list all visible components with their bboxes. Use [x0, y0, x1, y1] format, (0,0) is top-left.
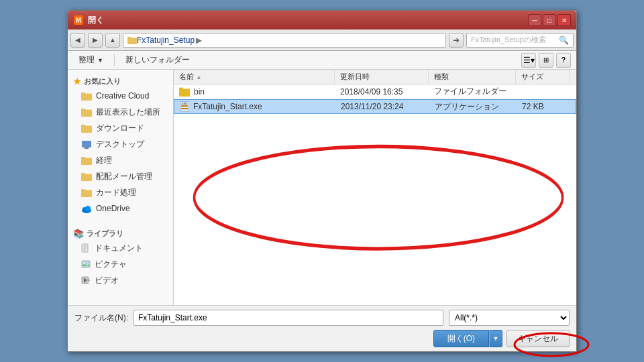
sidebar-item-creativecloud[interactable]: Creative Cloud	[68, 88, 173, 104]
back-button[interactable]: ◀	[70, 33, 85, 48]
go-button[interactable]: ➔	[449, 33, 464, 48]
folder-icon-creativecloud	[81, 92, 92, 101]
filename-row: ファイル名(N): All(*.*)	[74, 310, 570, 326]
filename-label: ファイル名(N):	[74, 312, 128, 324]
svg-marker-14	[89, 279, 90, 282]
open-button-arrow[interactable]: ▼	[489, 330, 502, 347]
table-row[interactable]: bin 2018/04/09 16:35 ファイルフォルダー	[174, 84, 576, 99]
svg-point-12	[83, 262, 85, 264]
file-list: bin 2018/04/09 16:35 ファイルフォルダー EXE	[174, 84, 576, 305]
col-header-date[interactable]: 更新日時	[335, 70, 429, 84]
exe-icon: EXE	[180, 101, 189, 112]
title-buttons: ─ □ ✕	[528, 14, 571, 26]
organize-button[interactable]: 整理 ▼	[73, 53, 109, 68]
antivirus-icon: M	[73, 15, 84, 25]
help-button[interactable]: ?	[556, 53, 571, 68]
svg-rect-18	[181, 108, 188, 109]
svg-point-6	[85, 206, 91, 211]
folder-icon-recent	[81, 108, 92, 117]
table-row[interactable]: EXE FxTatujin_Start.exe 2013/11/20 23:24…	[174, 99, 576, 114]
folder-icon-card	[81, 188, 92, 197]
sidebar-item-onedrive[interactable]: OneDrive	[68, 200, 173, 217]
svg-text:EXE: EXE	[182, 102, 187, 105]
sidebar-item-mail[interactable]: 配配メール管理	[68, 168, 173, 184]
toolbar: 整理 ▼ 新しいフォルダー ☰▾ ⊞ ?	[68, 51, 576, 70]
libraries-icon: 📚	[73, 229, 84, 239]
title-bar-left: M 開く	[73, 15, 104, 26]
address-bar: ◀ ▶ ▲ FxTatujin_Setup ▶ ➔ FxTatujin_Setu…	[68, 29, 576, 51]
title-text: 開く	[88, 15, 104, 26]
cancel-button[interactable]: キャンセル	[506, 330, 570, 347]
folder-icon-mail	[81, 172, 92, 181]
list-view-button[interactable]: ☰▾	[521, 53, 536, 68]
details-view-button[interactable]: ⊞	[539, 53, 553, 68]
maximize-button[interactable]: □	[543, 14, 556, 26]
path-text: FxTatujin_Setup	[137, 36, 195, 45]
search-placeholder: FxTatujin_Setupの検索	[471, 35, 559, 45]
col-header-size[interactable]: サイズ	[516, 70, 570, 84]
up-button[interactable]: ▲	[105, 33, 120, 48]
sidebar-item-downloads[interactable]: ダウンロード	[68, 120, 173, 136]
col-header-type[interactable]: 種類	[429, 70, 516, 84]
file-list-wrapper: 名前 ▲ 更新日時 種類 サイズ	[174, 70, 576, 305]
libraries-header: 📚 ライブラリ	[68, 225, 173, 240]
minimize-button[interactable]: ─	[528, 14, 541, 26]
forward-button[interactable]: ▶	[88, 33, 103, 48]
open-button[interactable]: 開く(O)	[433, 330, 489, 347]
filename-input[interactable]	[133, 310, 443, 326]
desktop-icon	[81, 140, 92, 149]
sidebar-item-recent[interactable]: 最近表示した場所	[68, 104, 173, 120]
svg-rect-2	[82, 141, 91, 147]
favorites-star-icon: ★	[73, 76, 81, 86]
sidebar-item-card[interactable]: カード処理	[68, 184, 173, 200]
folder-icon-keiri	[81, 156, 92, 165]
folder-icon-downloads	[81, 124, 92, 133]
sidebar-item-pictures[interactable]: ピクチャ	[68, 256, 173, 272]
close-button[interactable]: ✕	[557, 14, 571, 26]
search-box[interactable]: FxTatujin_Setupの検索 🔍	[466, 33, 574, 48]
svg-rect-3	[85, 147, 89, 149]
svg-text:M: M	[76, 17, 81, 24]
onedrive-icon	[81, 204, 92, 213]
svg-rect-17	[181, 105, 188, 107]
sidebar-item-documents[interactable]: ドキュメント	[68, 240, 173, 256]
bottom-area: ファイル名(N): All(*.*) 開く(O) ▼ キャンセル	[68, 305, 576, 351]
path-folder-icon	[127, 36, 137, 44]
open-dialog: M 開く ─ □ ✕ ◀ ▶ ▲ FxTatujin_Setup ▶	[67, 10, 577, 352]
svg-rect-11	[82, 261, 90, 267]
folder-icon-bin	[179, 87, 190, 97]
address-path[interactable]: FxTatujin_Setup ▶	[123, 33, 446, 48]
toolbar-right: ☰▾ ⊞ ?	[521, 53, 571, 68]
search-icon: 🔍	[559, 36, 569, 45]
toolbar-separator	[114, 54, 115, 66]
buttons-row: 開く(O) ▼ キャンセル	[74, 330, 570, 347]
sidebar-item-keiri[interactable]: 経理	[68, 152, 173, 168]
picture-icon	[81, 259, 91, 269]
col-header-name[interactable]: 名前 ▲	[174, 70, 335, 84]
title-bar: M 開く ─ □ ✕	[68, 11, 576, 29]
sidebar: ★ お気に入り Creative Cloud 最近表示した場所 ダウンロード	[68, 70, 174, 305]
sidebar-item-videos[interactable]: ビデオ	[68, 272, 173, 288]
content-area: ★ お気に入り Creative Cloud 最近表示した場所 ダウンロード	[68, 70, 576, 305]
document-icon	[81, 243, 91, 253]
open-button-group: 開く(O) ▼	[433, 330, 502, 347]
video-icon	[81, 276, 91, 285]
file-list-header: 名前 ▲ 更新日時 種類 サイズ	[174, 70, 576, 84]
path-separator: ▶	[196, 36, 202, 45]
sidebar-item-desktop[interactable]: デスクトップ	[68, 136, 173, 152]
favorites-header: ★ お気に入り	[68, 72, 173, 88]
filetype-select[interactable]: All(*.*)	[449, 310, 570, 326]
new-folder-button[interactable]: 新しいフォルダー	[120, 53, 195, 68]
